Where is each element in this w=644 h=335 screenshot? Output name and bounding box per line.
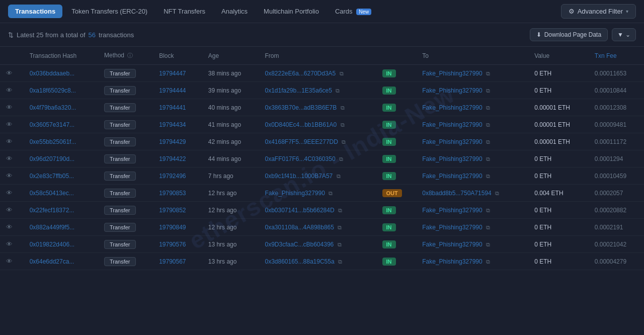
from-address-link[interactable]: 0xb0307141...b5b66284D [265,207,334,214]
filter-button[interactable]: ▼ ⌄ [612,28,636,41]
eye-icon[interactable]: 👁 [6,189,13,197]
tab-cards[interactable]: Cards New [328,5,378,18]
tx-hash-link[interactable]: 0x882a449f9f5... [30,224,74,231]
block-link[interactable]: 19794429 [159,138,186,145]
from-address-link[interactable]: 0xaFF017F6...4C0360350 [265,155,335,162]
block-link[interactable]: 19794434 [159,121,186,128]
copy-from-icon[interactable]: ⧉ [339,156,343,162]
copy-to-icon[interactable]: ⧉ [486,139,490,145]
copy-to-icon[interactable]: ⧉ [486,70,490,76]
tab-analytics[interactable]: Analytics [214,5,255,18]
eye-icon[interactable]: 👁 [6,121,13,128]
copy-from-icon[interactable]: ⧉ [338,224,342,230]
tx-hash-link[interactable]: 0x2e83c7ffb05... [30,173,74,180]
eye-icon[interactable]: 👁 [6,240,13,248]
copy-from-icon[interactable]: ⧉ [341,122,345,128]
to-address-link[interactable]: Fake_Phishing327990 [422,173,482,180]
eye-icon[interactable]: 👁 [6,69,13,77]
from-address-link[interactable]: 0x3863B70e...adB3B6E7B [265,104,337,111]
tx-hash-link[interactable]: 0x4f79ba6a320... [30,104,76,111]
block-link[interactable]: 19792496 [159,173,186,180]
copy-from-icon[interactable]: ⧉ [340,70,344,76]
advanced-filter-button[interactable]: ⚙ Advanced Filter ▾ [561,4,636,19]
tx-hash-link[interactable]: 0x58c50413ec... [30,190,74,197]
copy-to-icon[interactable]: ⧉ [486,173,490,179]
tab-transactions[interactable]: Transactions [8,5,62,18]
tx-hash-link[interactable]: 0xe55bb25061f... [30,138,76,145]
eye-icon[interactable]: 👁 [6,258,13,265]
tx-hash-link[interactable]: 0x36057e3147... [30,121,74,128]
block-link[interactable]: 19794441 [159,104,186,111]
copy-to-icon[interactable]: ⧉ [486,207,490,213]
from-address-link[interactable]: 0x9D3cfaaC...cBb604396 [265,241,334,248]
tx-hash-link[interactable]: 0x96d207190d... [30,155,74,162]
block-link[interactable]: 19790852 [159,207,186,214]
direction-cell: IN [376,168,417,185]
copy-from-icon[interactable]: ⧉ [338,259,342,265]
from-address-link[interactable]: 0x0D840Ec4...bb1BB61A0 [265,121,337,128]
to-address-link[interactable]: Fake_Phishing327990 [422,121,482,128]
eye-icon[interactable]: 👁 [6,223,13,231]
tab-multichain[interactable]: Multichain Portfolio [257,5,326,18]
col-txn-fee[interactable]: Txn Fee [589,47,644,65]
copy-to-icon[interactable]: ⧉ [486,88,490,94]
copy-from-icon[interactable]: ⧉ [342,139,346,145]
copy-to-icon[interactable]: ⧉ [486,122,490,128]
to-address-link[interactable]: Fake_Phishing327990 [422,70,482,77]
copy-from-icon[interactable]: ⧉ [338,241,342,247]
to-address-link[interactable]: Fake_Phishing327990 [422,258,482,265]
block-link[interactable]: 19794447 [159,70,186,77]
block-link[interactable]: 19794444 [159,87,186,94]
tx-hash-link[interactable]: 0x64e6dd27ca... [30,258,74,265]
transaction-count-link[interactable]: 56 [89,31,96,39]
download-page-data-button[interactable]: ⬇ Download Page Data [530,28,608,41]
from-address-link[interactable]: 0x8222eE6a...6270Dd3A5 [265,70,336,77]
to-address-link[interactable]: Fake_Phishing327990 [422,155,482,162]
block-link[interactable]: 19790567 [159,258,186,265]
eye-icon[interactable]: 👁 [6,87,13,94]
eye-icon[interactable]: 👁 [6,155,13,162]
method-cell: Transfer [98,99,153,116]
to-address-link[interactable]: Fake_Phishing327990 [422,138,482,145]
col-hash: Transaction Hash [24,47,98,65]
copy-from-icon[interactable]: ⧉ [337,173,341,179]
copy-from-icon[interactable]: ⧉ [341,105,345,111]
copy-to-icon[interactable]: ⧉ [486,259,490,265]
to-address-link[interactable]: Fake_Phishing327990 [422,104,482,111]
tx-hash-link[interactable]: 0x036bddaaeb... [30,70,74,77]
block-link[interactable]: 19790853 [159,190,186,197]
to-address-link[interactable]: Fake_Phishing327990 [422,241,482,248]
copy-to-icon[interactable]: ⧉ [486,156,490,162]
copy-to-icon[interactable]: ⧉ [486,241,490,247]
copy-to-icon[interactable]: ⧉ [495,190,499,196]
from-address-link[interactable]: 0x4168F7F5...9EEE277DD [265,138,338,145]
to-address-link[interactable]: Fake_Phishing327990 [422,224,482,231]
from-address-link[interactable]: Fake_Phishing327990 [265,190,325,197]
copy-to-icon[interactable]: ⧉ [486,105,490,111]
copy-from-icon[interactable]: ⧉ [336,88,340,94]
from-address-link[interactable]: 0x3d860165...88a19C55a [265,258,334,265]
method-info-icon[interactable]: ⓘ [127,52,133,58]
tab-nft-transfers[interactable]: NFT Transfers [156,5,212,18]
tx-hash-link[interactable]: 0xa18f65029c8... [30,87,76,94]
copy-from-icon[interactable]: ⧉ [338,207,342,213]
to-address-link[interactable]: 0x8badd8b5...750A71594 [422,190,491,197]
block-link[interactable]: 19790849 [159,224,186,231]
from-address-link[interactable]: 0xa301108a...4A898b865 [265,224,334,231]
eye-icon[interactable]: 👁 [6,138,13,145]
to-address-link[interactable]: Fake_Phishing327990 [422,87,482,94]
eye-icon[interactable]: 👁 [6,172,13,180]
from-address-link[interactable]: 0x1d1fa29b...1E35a6ce5 [265,87,332,94]
to-address-link[interactable]: Fake_Phishing327990 [422,207,482,214]
tx-hash-link[interactable]: 0x22fecf18372... [30,207,74,214]
from-address-link[interactable]: 0xb9c1f41b...1000B7A57 [265,173,333,180]
eye-icon[interactable]: 👁 [6,206,13,214]
col-to: To [416,47,528,65]
eye-icon[interactable]: 👁 [6,104,13,111]
copy-to-icon[interactable]: ⧉ [486,224,490,230]
tx-hash-link[interactable]: 0x019822d406... [30,241,74,248]
copy-from-icon[interactable]: ⧉ [329,190,333,196]
block-link[interactable]: 19790576 [159,241,186,248]
block-link[interactable]: 19794422 [159,155,186,162]
tab-token-transfers[interactable]: Token Transfers (ERC-20) [64,5,154,18]
